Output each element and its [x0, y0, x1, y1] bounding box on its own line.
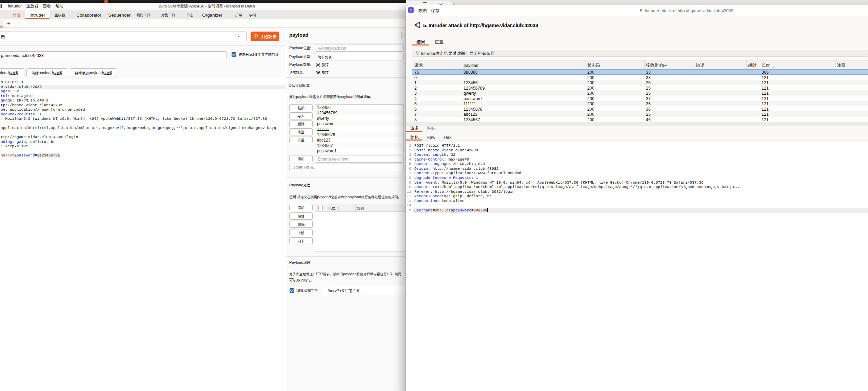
result-row[interactable]: 212345678920025121 — [412, 85, 868, 91]
menu-project[interactable]: 项目 — [0, 3, 2, 8]
cell-status: 200 — [587, 80, 594, 85]
result-row[interactable]: 61234567820036121 — [412, 106, 868, 112]
payload-list-button-2[interactable]: 导入 — [289, 112, 313, 119]
payload-list-item[interactable]: 12345678 — [315, 132, 403, 137]
payload-list-button-1[interactable]: 粘贴 — [289, 104, 313, 111]
cell-payload: 123456 — [463, 80, 478, 85]
main-tab-xxxx[interactable]: 对比工具 — [161, 12, 175, 17]
column-header-error[interactable]: 错误 — [696, 62, 704, 68]
code-segment: Accept — [414, 185, 428, 189]
column-divider[interactable] — [355, 204, 356, 212]
url-encode-checkbox[interactable] — [290, 288, 294, 293]
payload-list-item[interactable]: password1 — [315, 148, 403, 153]
main-tab-xx[interactable]: 日志 — [186, 12, 194, 17]
gutter-divider — [413, 176, 413, 181]
attack-config-combo[interactable] — [0, 32, 247, 41]
sort-descending-icon[interactable] — [772, 63, 774, 70]
payload-list-button-4[interactable]: 清空 — [289, 128, 313, 135]
tab-raw[interactable]: Raw — [427, 135, 435, 139]
payload-add-input[interactable]: Enter a new item — [315, 155, 403, 163]
tab-response[interactable]: 响应 — [427, 126, 436, 131]
payload-list-item[interactable]: 1234567 — [315, 143, 403, 148]
main-tab-Collaborator[interactable]: Collaborator — [76, 12, 101, 17]
main-tab-Intruder[interactable]: Intruder — [29, 12, 45, 17]
main-tab-Sequencer[interactable]: Sequencer — [108, 12, 130, 17]
payload-add-button[interactable]: 添加 — [289, 155, 313, 162]
payload-count-label: Payload数量: — [289, 62, 311, 67]
attack-request-editor[interactable]: n HTTP/1.1e.vidar.club:42033ngth: 32rol:… — [0, 79, 286, 391]
column-header-request[interactable]: 请求 — [414, 62, 423, 68]
line-number: 7 — [406, 171, 411, 176]
payload-list-item[interactable]: 111111 — [315, 126, 403, 132]
code-segment: tp://hgame.vidar.club:43982 — [1, 103, 62, 107]
tab-request[interactable]: 请求 — [410, 126, 419, 131]
payload-position-field[interactable]: 所有payload位置 — [315, 44, 403, 52]
menu-intruder[interactable]: Intruder — [8, 3, 22, 8]
splitter[interactable] — [406, 122, 868, 126]
menu-help[interactable]: 帮助 — [55, 3, 63, 8]
column-header-timeout[interactable]: 超时 — [748, 62, 756, 68]
payload-list-item[interactable]: password — [315, 121, 403, 126]
line-number: 2 — [406, 148, 411, 153]
column-header-length[interactable]: 长度 — [762, 62, 770, 68]
payload-list-item[interactable]: 123456789 — [315, 110, 403, 115]
payload-list-item[interactable]: 123456 — [315, 105, 403, 110]
gutter-divider — [413, 148, 413, 153]
auto-add-payload-position-button[interactable]: 自动添加payload位置§ — [70, 68, 117, 77]
main-tab-xx[interactable]: 学习 — [249, 12, 256, 17]
main-tab-xxx[interactable]: 重放器 — [55, 12, 65, 17]
rules-enabled-checkbox[interactable] — [318, 206, 323, 210]
menu-view[interactable]: 查看 — [43, 3, 51, 8]
column-header-received[interactable]: 接收到响应 — [646, 62, 667, 68]
column-divider[interactable] — [694, 60, 694, 69]
payload-list-button-3[interactable]: 删除 — [289, 120, 313, 127]
payload-list-item[interactable]: qwerty — [315, 115, 403, 121]
processing-button-3[interactable]: 删除 — [289, 221, 313, 228]
attack-config-combo-value: 击 — [1, 34, 5, 39]
main-tab-xx[interactable]: 扩展 — [235, 12, 242, 17]
result-row[interactable]: 7abc12320025121 — [412, 111, 868, 117]
tab-hex[interactable]: Hex — [443, 135, 451, 139]
payload-list-item[interactable]: abc123 — [315, 137, 403, 143]
menu-repeater[interactable]: 重放器 — [26, 3, 38, 8]
main-tab-xxxx[interactable]: 编码工具 — [136, 12, 150, 17]
clear-payload-position-button[interactable]: 清除payload位置§ — [26, 68, 67, 77]
attack-subtab[interactable] — [0, 20, 3, 27]
column-divider[interactable] — [835, 60, 835, 69]
payload-list-button-5[interactable]: 去重 — [289, 136, 313, 143]
column-divider[interactable] — [462, 60, 462, 69]
main-tab-Organizer[interactable]: Organizer — [202, 12, 222, 17]
column-header-comment[interactable]: 注释 — [837, 62, 845, 68]
processing-button-1[interactable]: 添加 — [289, 204, 313, 211]
tab-pretty[interactable]: 美化 — [410, 135, 419, 139]
column-divider[interactable] — [746, 60, 747, 69]
add-payload-position-button[interactable]: 添加payload位置§ — [0, 68, 24, 77]
tab-results[interactable]: 结果 — [416, 39, 425, 44]
result-row[interactable]: 7588888820033366 — [412, 69, 868, 75]
attack-menu[interactable]: 攻击 — [418, 8, 427, 13]
processing-button-5[interactable]: 向下 — [289, 237, 313, 244]
code-line: hallot&password=§12345678§ — [0, 153, 286, 158]
result-row[interactable]: 8123456720046121 — [412, 117, 868, 122]
result-row[interactable]: 020038121 — [412, 75, 868, 80]
column-divider[interactable] — [586, 60, 586, 69]
column-divider[interactable] — [760, 60, 760, 69]
update-host-checkbox[interactable] — [232, 52, 236, 57]
request-viewer[interactable]: 1POST /login HTTP/1.12Host: hgame.vidar.… — [406, 141, 868, 391]
column-divider[interactable] — [644, 60, 645, 69]
payload-list[interactable]: 123456123456789qwertypassword11111112345… — [315, 104, 403, 153]
payload-type-combo[interactable]: 简单列表 — [315, 53, 403, 60]
column-header-status[interactable]: 状态码 — [587, 62, 600, 68]
code-segment: Content-Type — [414, 171, 442, 175]
attack-back-icon[interactable] — [413, 21, 420, 30]
main-tab-xx[interactable]: 代理 — [13, 12, 20, 17]
save-menu[interactable]: 保存 — [431, 8, 439, 13]
result-row[interactable]: 4password20037121 — [412, 96, 868, 101]
processing-button-4[interactable]: 上移 — [289, 229, 313, 236]
add-from-list-combo[interactable]: 从列表中添加... — [289, 164, 403, 171]
column-header-payload[interactable]: payload — [463, 62, 478, 68]
processing-button-2[interactable]: 编辑 — [289, 212, 313, 220]
tab-positions[interactable]: 位置 — [435, 39, 443, 44]
new-attack-tab-button[interactable]: + — [5, 19, 12, 27]
start-attack-button[interactable]: 开始攻击 — [251, 32, 279, 41]
